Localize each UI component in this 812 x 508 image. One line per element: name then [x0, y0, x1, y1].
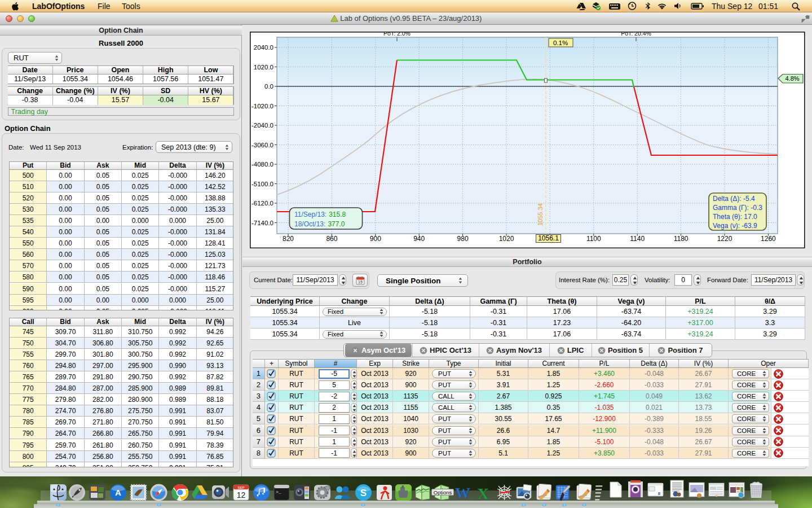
- svg-text:2040.0: 2040.0: [254, 44, 273, 51]
- svg-text:-1020.0: -1020.0: [251, 103, 273, 110]
- svg-text:0.1%: 0.1%: [553, 40, 568, 46]
- svg-text:860: 860: [326, 235, 337, 243]
- svg-text:Gamma (Γ): -0.3: Gamma (Γ): -0.3: [713, 204, 762, 212]
- svg-text:-5100.0: -5100.0: [251, 181, 273, 187]
- svg-text:1055.34: 1055.34: [537, 203, 544, 226]
- svg-text:S: S: [360, 488, 366, 498]
- svg-text:900: 900: [370, 235, 381, 243]
- svg-text:A: A: [115, 488, 121, 497]
- svg-text:11/Sep/13:315.8: 11/Sep/13:315.8: [294, 211, 346, 218]
- svg-text:0.0: 0.0: [264, 83, 273, 90]
- svg-text:-7140.0: -7140.0: [251, 220, 273, 226]
- svg-text:PoT: 20.4%: PoT: 20.4%: [621, 32, 651, 37]
- svg-text:1100: 1100: [586, 235, 601, 243]
- svg-text:SEP: SEP: [237, 485, 244, 489]
- svg-text:Vega (ν): -63.9: Vega (ν): -63.9: [713, 222, 757, 230]
- svg-text:X: X: [477, 485, 488, 501]
- svg-text:1180: 1180: [674, 235, 689, 243]
- svg-text:820: 820: [283, 235, 294, 243]
- svg-text:4.8%: 4.8%: [785, 75, 799, 82]
- svg-text:>_: >_: [276, 489, 281, 494]
- svg-text:1140: 1140: [630, 235, 645, 243]
- svg-text:PoT: 2.0%: PoT: 2.0%: [383, 32, 411, 37]
- svg-text:980: 980: [457, 235, 469, 243]
- svg-text:W: W: [455, 485, 470, 501]
- svg-text:1260: 1260: [761, 235, 776, 243]
- svg-text:-3060.0: -3060.0: [251, 142, 273, 148]
- svg-text:1020: 1020: [499, 235, 514, 243]
- svg-text:1220: 1220: [717, 235, 732, 243]
- svg-text:12: 12: [237, 491, 246, 500]
- svg-text:15: 15: [358, 280, 363, 284]
- svg-text:-2040.0: -2040.0: [251, 122, 273, 129]
- svg-text:Theta (θ): 17.0: Theta (θ): 17.0: [713, 213, 757, 221]
- svg-text:Delta (Δ): -5.4: Delta (Δ): -5.4: [713, 195, 755, 203]
- svg-text:-6120.0: -6120.0: [251, 200, 273, 207]
- svg-text:-4080.0: -4080.0: [251, 161, 273, 168]
- svg-text:1020.0: 1020.0: [254, 64, 273, 71]
- svg-text:18/Oct/13:377.0: 18/Oct/13:377.0: [294, 220, 345, 228]
- svg-text:940: 940: [413, 235, 425, 243]
